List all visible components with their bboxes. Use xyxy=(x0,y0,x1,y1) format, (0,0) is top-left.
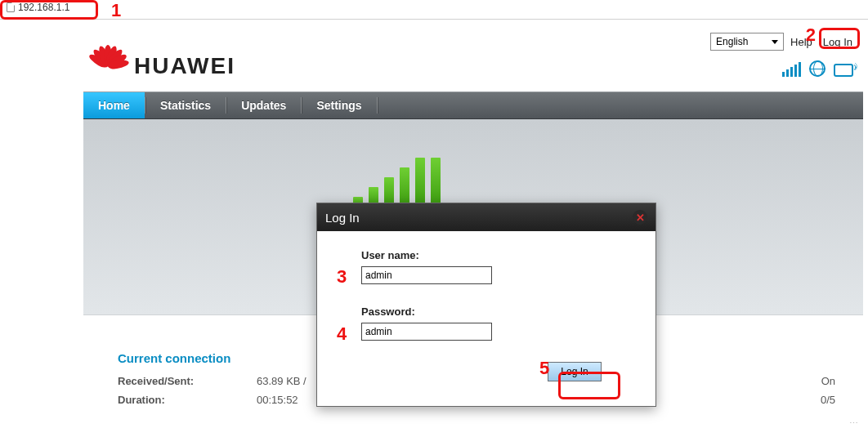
stats-key: Received/Sent: xyxy=(118,375,257,387)
status-icons xyxy=(782,60,853,77)
signal-bars-icon xyxy=(782,62,801,77)
dialog-header: Log In ✕ xyxy=(317,203,655,231)
stats-key: Duration: xyxy=(118,394,257,406)
url-field[interactable]: 192.168.1.1 xyxy=(2,0,74,15)
username-field-group: User name: xyxy=(361,249,634,284)
globe-icon xyxy=(809,60,825,77)
chevron-down-icon xyxy=(772,40,778,44)
resize-grip-icon: ⋯ xyxy=(849,418,860,429)
language-select[interactable]: English xyxy=(710,33,784,51)
huawei-logo-icon xyxy=(87,45,129,87)
password-input[interactable] xyxy=(361,323,492,341)
password-field-group: Password: xyxy=(361,305,634,341)
screen-broadcast-icon xyxy=(834,64,853,77)
language-selected: English xyxy=(716,36,748,47)
close-icon[interactable]: ✕ xyxy=(633,210,647,225)
signal-strength-icon xyxy=(353,158,441,208)
login-dialog: Log In ✕ User name: Password: Log In xyxy=(316,203,656,407)
username-input[interactable] xyxy=(361,266,492,284)
login-link[interactable]: Log In xyxy=(819,34,857,50)
nav-updates[interactable]: Updates xyxy=(226,92,301,118)
nav-statistics[interactable]: Statistics xyxy=(145,92,226,118)
stats-right: 0/5 xyxy=(821,394,835,406)
browser-address-bar: 192.168.1.1 xyxy=(0,0,868,20)
username-label: User name: xyxy=(361,249,634,261)
dialog-title: Log In xyxy=(325,211,360,225)
help-link[interactable]: Help xyxy=(790,36,812,48)
password-label: Password: xyxy=(361,305,634,318)
nav-home[interactable]: Home xyxy=(83,92,145,118)
url-text: 192.168.1.1 xyxy=(18,2,69,13)
brand: HUAWEI xyxy=(87,45,235,87)
brand-name: HUAWEI xyxy=(134,53,235,79)
main-nav: Home Statistics Updates Settings xyxy=(83,91,863,119)
top-utility-row: English Help Log In xyxy=(710,33,857,51)
login-submit-button[interactable]: Log In xyxy=(548,362,602,381)
nav-settings[interactable]: Settings xyxy=(302,92,376,118)
stats-right: On xyxy=(821,375,835,387)
page-icon xyxy=(7,2,15,12)
